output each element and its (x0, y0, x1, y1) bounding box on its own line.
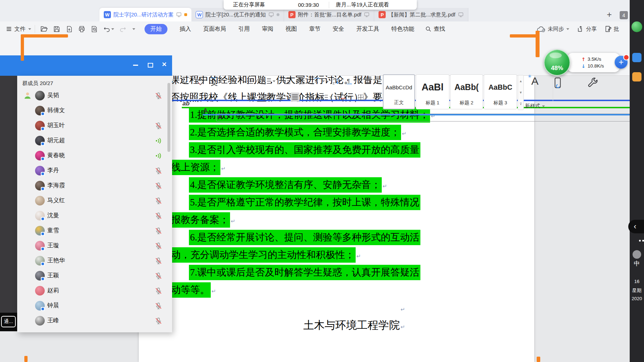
mic-icon[interactable] (155, 242, 162, 250)
ribbon-tab[interactable]: 引用 (238, 25, 250, 33)
show-paragraph-marks-button[interactable] (346, 77, 357, 85)
document-line[interactable]: 土木与环境工程学院↵ (170, 316, 415, 334)
document-tab[interactable]: W 院士字[20...优工作的通知 (191, 8, 284, 21)
char-border-button[interactable]: A (216, 114, 644, 122)
member-row[interactable]: 胡玉叶 (17, 118, 172, 133)
member-row[interactable]: 韩倩文 (17, 103, 172, 118)
increase-indent-button[interactable] (298, 77, 306, 85)
style-card[interactable]: AaBbCcDd 正文 (383, 74, 415, 109)
mic-icon[interactable] (155, 317, 162, 325)
save-icon[interactable] (53, 25, 60, 33)
security-ball-icon[interactable] (631, 21, 642, 32)
close-button[interactable]: ✕ (161, 62, 167, 68)
file-menu-button[interactable]: 文件 (6, 25, 31, 33)
document-line[interactable]: 6.是否经常开展讨论、提问、测验等多种形式的互动活↵ (170, 229, 415, 246)
document-line[interactable]: 动，充分调动学生学习的主动性和积极性；↵ (170, 246, 415, 264)
document-line[interactable]: 3.是否引入学校现有的、国家推荐及免费开放的高质量↵ (170, 141, 415, 159)
member-row[interactable]: 王璇 (17, 238, 172, 253)
mic-icon[interactable] (155, 92, 162, 100)
member-row[interactable]: 赵莉 (17, 283, 172, 298)
member-row[interactable]: 吴韬 (17, 88, 172, 103)
numbering-button[interactable] (264, 77, 275, 85)
style-card[interactable]: AaBb( 标题 2 (450, 74, 483, 109)
ribbon-tab[interactable]: 页面布局 (203, 25, 226, 33)
decrease-indent-button[interactable] (283, 77, 291, 85)
notification-popup[interactable]: 通... (0, 313, 17, 331)
member-row[interactable]: 王艳华 (17, 253, 172, 268)
minimize-button[interactable] (133, 62, 138, 68)
document-line[interactable]: 线上资源；↵ (170, 159, 415, 176)
document-line[interactable]: 7.课中或课后是否及时解答学生疑惑，认真开展答疑活↵ (170, 264, 415, 281)
gray-tray-icon[interactable] (633, 250, 641, 259)
mic-icon[interactable] (155, 212, 162, 220)
member-row[interactable]: 钟晨 (17, 298, 172, 313)
ribbon-tab[interactable]: 安全 (333, 25, 344, 33)
align-left-button[interactable] (246, 94, 254, 101)
document-tab[interactable]: W 院士字[20...研讨活动方案 (99, 8, 191, 21)
member-row[interactable]: 李丹 (17, 163, 172, 178)
new-style-button[interactable]: ✳A 新样式 (525, 75, 545, 109)
style-gallery-scrollbar[interactable]: ▲ ▼ ⊽ (518, 75, 524, 110)
member-row[interactable]: 李海霞 (17, 178, 172, 193)
member-row[interactable]: 沈曼 (17, 208, 172, 223)
share-button[interactable]: 分享 (577, 25, 597, 33)
pinyin-guide-button[interactable] (209, 76, 221, 86)
share-viewers[interactable]: 唐月...等19人正在观看 (336, 1, 389, 8)
new-tab-button[interactable]: + (605, 10, 614, 19)
mic-icon[interactable] (155, 272, 162, 280)
mic-icon[interactable] (155, 167, 162, 175)
find-button[interactable]: 查找 (425, 25, 445, 33)
mic-icon[interactable] (155, 302, 162, 310)
mic-icon[interactable] (155, 197, 162, 205)
line-spacing-button[interactable] (321, 94, 332, 101)
sort-button[interactable] (332, 77, 340, 85)
document-line[interactable]: 动等等。↵ (170, 281, 415, 299)
mobile-tools-icon[interactable] (553, 76, 564, 90)
ribbon-tab[interactable]: 章节 (309, 25, 321, 33)
font-color-dropdown[interactable] (175, 97, 177, 99)
document-line[interactable]: 4.是否保证教学环境整洁有序、安静无杂音；↵ (170, 176, 415, 194)
insert-table-button[interactable] (364, 77, 372, 85)
style-card[interactable]: AaBl 标题 1 (416, 74, 449, 109)
mic-icon[interactable] (155, 182, 162, 190)
ribbon-tab[interactable]: 特色功能 (391, 25, 414, 33)
document-line[interactable]: 5.是否严格遵守正常的教学纪律，按时上课，特殊情况↵ (170, 194, 415, 211)
redo-icon[interactable] (119, 25, 127, 33)
print-preview-icon[interactable] (91, 25, 98, 33)
acceleration-ball[interactable]: 48% (544, 49, 570, 76)
comment-button[interactable]: 批 (605, 25, 619, 33)
decrease-font-button[interactable]: A− (181, 78, 188, 85)
text-direction-button[interactable] (313, 77, 325, 85)
orange-app-icon[interactable] (632, 72, 641, 81)
print-icon[interactable] (78, 25, 86, 33)
document-line[interactable]: 报教务备案；↵ (170, 211, 415, 229)
document-tab[interactable]: P 【新闻】第二批...求意见.pdf (374, 8, 468, 21)
ribbon-tab[interactable]: 开发工具 (356, 25, 379, 33)
blue-app-icon[interactable] (632, 53, 641, 62)
distribute-button[interactable] (306, 94, 314, 101)
document-line[interactable]: 2.是否选择合适的教学模式，合理安排教学进度；↵ (170, 124, 415, 141)
member-row[interactable]: 黄春晓 (17, 148, 172, 163)
ribbon-tab[interactable]: 开始 (145, 24, 167, 34)
member-row[interactable]: 马义红 (17, 193, 172, 208)
mic-icon[interactable] (155, 137, 162, 145)
ribbon-tab[interactable]: 视图 (286, 25, 297, 33)
borders-button[interactable] (357, 94, 368, 101)
export-pdf-icon[interactable] (65, 25, 73, 33)
style-card[interactable]: AaBbC 标题 3 (484, 74, 517, 109)
member-row[interactable]: 王峰 (17, 313, 172, 328)
panel-scrollbar-thumb[interactable] (167, 83, 170, 152)
mic-icon[interactable] (155, 152, 162, 160)
mic-icon[interactable] (155, 257, 162, 265)
undo-button[interactable] (103, 25, 114, 33)
document-tab[interactable]: P 附件：首批“新...目名单.pdf (284, 8, 375, 21)
member-row[interactable]: 王颖 (17, 268, 172, 283)
more-commands-icon[interactable] (132, 28, 135, 30)
collapse-handle-button[interactable]: ‹ (628, 220, 644, 233)
ime-indicator[interactable]: 中 (630, 259, 644, 268)
maximize-button[interactable] (147, 62, 153, 68)
document-line[interactable]: ↵ (170, 299, 415, 316)
member-row[interactable]: 胡元超 (17, 133, 172, 148)
mic-icon[interactable] (155, 227, 162, 235)
wrench-tools-icon[interactable] (587, 77, 599, 89)
